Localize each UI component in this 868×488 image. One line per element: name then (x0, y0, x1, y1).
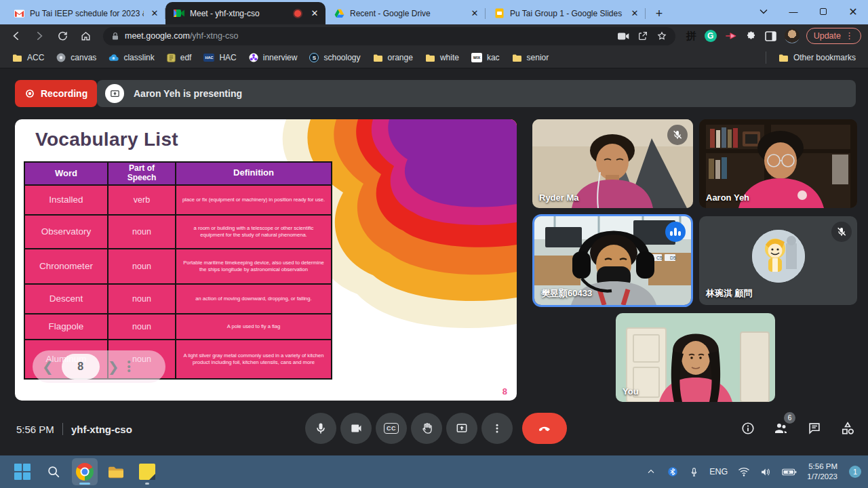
pinyin-extension-icon[interactable]: 拼 (686, 30, 696, 43)
bluetooth-icon[interactable] (667, 466, 679, 478)
forward-button[interactable] (30, 26, 49, 45)
tab-meet[interactable]: Meet - yhf-xtng-cso ✕ (165, 2, 326, 24)
bookmark-edf[interactable]: edf (161, 50, 197, 65)
svg-text:D5: D5 (670, 256, 676, 260)
video-tile-aaron-yeh[interactable]: Aaron Yeh (699, 119, 857, 208)
back-button[interactable] (7, 26, 26, 45)
participants-button[interactable]: 6 (773, 420, 789, 436)
hac-icon: HAC (203, 54, 214, 62)
tab-search-icon[interactable] (749, 0, 778, 23)
header-definition: Definition (176, 163, 331, 184)
tab-close-icon[interactable]: ✕ (309, 8, 320, 19)
videocam-icon (349, 422, 363, 435)
bookmark-innerview[interactable]: innerview (243, 50, 303, 65)
wifi-icon[interactable] (738, 467, 750, 477)
window-controls: — ✕ (749, 0, 868, 23)
camera-button[interactable] (340, 413, 372, 444)
notification-badge[interactable]: 1 (849, 466, 861, 478)
file-explorer-icon (107, 464, 125, 479)
slide-nav-menu-icon[interactable]: ••• (127, 360, 131, 373)
home-button[interactable] (76, 26, 95, 45)
bookmark-hac[interactable]: HACHAC (198, 50, 241, 65)
grammarly-icon[interactable]: G (705, 30, 717, 42)
share-icon[interactable] (637, 30, 648, 41)
side-panel-icon[interactable] (765, 31, 776, 41)
bookmark-white[interactable]: white (420, 50, 465, 65)
mic-muted-icon (667, 125, 688, 145)
bookmark-star-icon[interactable] (656, 30, 667, 41)
call-controls: CC (305, 413, 567, 444)
meeting-status: 5:56 PM yhf-xtng-cso (16, 423, 132, 435)
end-call-button[interactable] (522, 413, 567, 444)
bookmark-classlink[interactable]: classlink (103, 50, 159, 65)
tab-close-icon[interactable]: ✕ (149, 8, 160, 19)
taskbar-file-explorer[interactable] (103, 458, 129, 485)
tab-gmail[interactable]: Pu Tai IEEP schedule for 2023 & 1 ✕ (5, 2, 165, 24)
tray-mic-icon[interactable] (689, 467, 699, 477)
table-row: Chronometer noun Portable maritime timek… (25, 248, 331, 283)
bookmark-senior[interactable]: senior (507, 50, 555, 65)
microphone-button[interactable] (305, 413, 336, 444)
bookmark-orange[interactable]: orange (368, 50, 418, 65)
present-screen-button[interactable] (446, 413, 477, 444)
search-button[interactable] (41, 458, 66, 485)
new-tab-button[interactable]: + (650, 4, 669, 23)
present-screen-icon (455, 422, 469, 435)
tray-overflow-chevron[interactable] (646, 466, 656, 477)
bookmark-acc[interactable]: ACC (7, 50, 50, 65)
profile-avatar[interactable] (785, 28, 800, 43)
meeting-details-button[interactable] (741, 421, 755, 436)
raise-hand-button[interactable] (411, 413, 442, 444)
video-tile-ryder-ma[interactable]: Ryder Ma (532, 119, 693, 208)
previous-slide-icon[interactable]: ❮ (42, 360, 54, 373)
taskbar-clock[interactable]: 5:56 PM 1/7/2023 (807, 462, 837, 482)
more-options-button[interactable] (481, 413, 513, 444)
language-indicator[interactable]: ENG (709, 467, 728, 476)
table-row: Flagpole noun A pole used to fly a flag (25, 313, 331, 339)
extensions-puzzle-icon[interactable] (745, 30, 757, 42)
next-slide-icon[interactable]: ❯ (108, 360, 119, 373)
captions-icon: CC (384, 423, 399, 434)
tab-close-icon[interactable]: ✕ (629, 8, 640, 19)
minimize-button[interactable]: — (778, 0, 808, 23)
folder-icon (12, 54, 22, 62)
captions-button[interactable]: CC (376, 413, 407, 444)
camera-capture-icon[interactable] (618, 32, 629, 41)
chat-button[interactable] (807, 421, 822, 436)
schoology-icon: S (309, 53, 319, 62)
video-tile-fan[interactable]: C5D5 樊昱顥60433 (534, 216, 691, 305)
reload-button[interactable] (53, 26, 72, 45)
maximize-button[interactable] (808, 0, 838, 23)
update-button[interactable]: Update ⋮ (806, 28, 861, 44)
volume-icon[interactable] (760, 467, 772, 477)
video-tile-you[interactable]: You (616, 313, 775, 402)
bookmark-schoology[interactable]: Sschoology (304, 50, 366, 65)
screen: Pu Tai IEEP schedule for 2023 & 1 ✕ Meet… (0, 0, 868, 488)
participant-name: 林琬淇 顧問 (706, 287, 753, 300)
mic-icon (314, 422, 328, 435)
edf-icon (167, 54, 176, 62)
tab-drive[interactable]: Recent - Google Drive ✕ (326, 2, 486, 24)
folder-icon (512, 54, 522, 62)
activities-button[interactable] (840, 420, 856, 436)
arrow-extension-icon[interactable] (725, 30, 737, 41)
more-menu-icon[interactable]: ⋮ (845, 34, 854, 39)
address-bar[interactable]: meet.google.com/yhf-xtng-cso (103, 27, 675, 45)
search-icon (46, 464, 61, 479)
tab-slides[interactable]: Pu Tai Group 1 - Google Slides ✕ (486, 2, 646, 24)
participant-name: 樊昱顥60433 (541, 287, 592, 300)
participant-name: You (623, 386, 639, 396)
bookmark-kac[interactable]: WIXkac (466, 50, 505, 65)
meeting-panels: 6 (741, 413, 856, 444)
tab-close-icon[interactable]: ✕ (469, 8, 480, 19)
close-button[interactable]: ✕ (838, 0, 868, 23)
taskbar-sticky-notes[interactable] (134, 458, 160, 485)
start-button[interactable] (9, 458, 35, 485)
battery-icon[interactable] (782, 468, 797, 476)
video-tile-advisor[interactable]: 林琬淇 顧問 (699, 216, 857, 305)
url-text: meet.google.com/yhf-xtng-cso (125, 31, 612, 41)
bookmark-canvas[interactable]: canvas (51, 50, 102, 65)
taskbar-chrome[interactable] (72, 458, 98, 485)
present-icon (105, 84, 124, 103)
other-bookmarks[interactable]: Other bookmarks (773, 50, 861, 65)
